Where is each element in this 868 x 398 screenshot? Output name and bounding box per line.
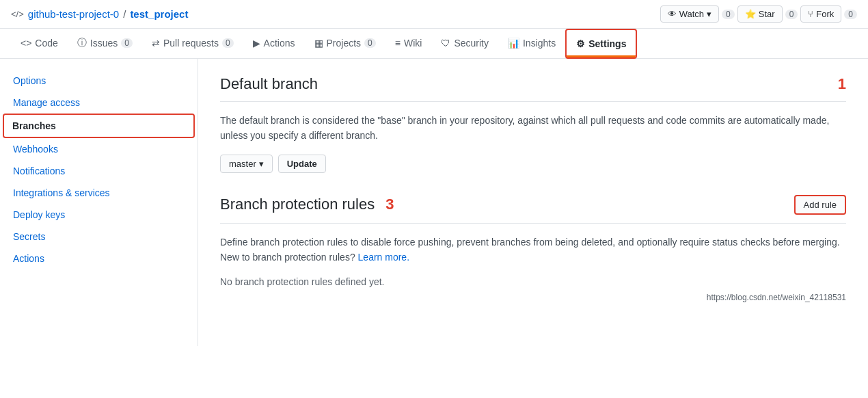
issues-icon: ⓘ [77,37,87,49]
tab-security[interactable]: 🛡 Security [431,29,498,58]
main-layout: Options Manage access Branches Webhooks … [0,59,868,346]
fork-icon: ⑂ [808,9,813,19]
tab-projects[interactable]: ▦ Projects 0 [305,29,385,58]
star-label: Star [759,9,775,19]
pr-badge: 0 [222,38,234,48]
settings-active-indicator [567,55,636,57]
tab-wiki[interactable]: ≡ Wiki [385,29,432,58]
repo-title: </> github-test-project-0 / test_project [11,8,188,20]
tab-settings[interactable]: ⚙ Settings [565,29,637,59]
tab-security-label: Security [454,38,489,49]
protection-title-group: Branch protection rules 3 [220,196,394,213]
tab-pr-label: Pull requests [163,38,219,49]
main-content: Default branch 1 The default branch is c… [198,59,868,346]
sidebar-item-deploy-keys[interactable]: Deploy keys [0,204,198,226]
sidebar: Options Manage access Branches Webhooks … [0,59,198,346]
tab-actions[interactable]: ▶ Actions [243,29,305,58]
projects-icon: ▦ [314,38,323,49]
repo-owner-link[interactable]: github-test-project-0 [28,8,119,20]
wiki-icon: ≡ [395,38,401,49]
protection-description: Define branch protection rules to disabl… [220,235,846,265]
no-rules-text: No branch protection rules defined yet. [220,276,846,287]
tab-pull-requests[interactable]: ⇄ Pull requests 0 [142,29,243,58]
branch-dropdown-icon: ▾ [259,159,264,169]
fork-count: 0 [844,10,857,19]
security-icon: 🛡 [441,38,450,49]
sidebar-item-integrations[interactable]: Integrations & services [0,182,198,204]
update-button[interactable]: Update [278,155,326,173]
sidebar-item-options[interactable]: Options [0,70,198,92]
repo-name-link[interactable]: test_project [130,8,188,20]
tab-code-label: Code [35,38,57,49]
sidebar-item-manage-access[interactable]: Manage access [0,92,198,114]
tab-code[interactable]: <> Code [11,29,68,58]
default-branch-header: Default branch 1 [220,75,846,102]
eye-icon: 👁 [668,9,677,19]
repo-separator: / [123,8,126,20]
sidebar-item-secrets[interactable]: Secrets [0,226,198,248]
sidebar-item-webhooks[interactable]: Webhooks [0,138,198,160]
sidebar-item-branches[interactable]: Branches [3,114,195,138]
star-button[interactable]: ⭐ Star [737,5,783,23]
tab-issues-label: Issues [90,38,118,49]
watch-count: 0 [722,10,735,19]
tab-insights[interactable]: 📊 Insights [498,29,565,58]
nav-tabs: <> Code ⓘ Issues 0 ⇄ Pull requests 0 ▶ A… [0,29,868,59]
branch-select-button[interactable]: master ▾ [220,155,273,173]
default-branch-title: Default branch [220,75,318,93]
annotation-number-3: 3 [385,196,394,213]
star-count: 0 [785,10,798,19]
fork-button[interactable]: ⑂ Fork [800,5,841,23]
fork-label: Fork [816,9,834,19]
sidebar-item-notifications[interactable]: Notifications [0,160,198,182]
watermark: https://blog.csdn.net/weixin_42118531 [220,293,846,302]
protection-title: Branch protection rules [220,196,375,213]
tab-wiki-label: Wiki [404,38,422,49]
protection-section: Branch protection rules 3 Add rule Defin… [220,195,846,287]
top-actions: 👁 Watch ▾ 0 ⭐ Star 0 ⑂ Fork 0 [660,5,857,23]
default-branch-description: The default branch is considered the "ba… [220,113,846,144]
sidebar-item-actions[interactable]: Actions [0,248,198,269]
repo-icon: </> [11,9,24,19]
watch-label: Watch [679,9,704,19]
branch-name: master [229,159,256,169]
watch-dropdown-icon: ▾ [707,9,711,19]
learn-more-link[interactable]: Learn more. [358,252,409,263]
code-icon: <> [21,38,31,49]
top-bar: </> github-test-project-0 / test_project… [0,0,868,29]
insights-icon: 📊 [508,38,519,49]
pr-icon: ⇄ [152,38,160,49]
settings-icon: ⚙ [576,38,585,49]
protection-description-text: Define branch protection rules to disabl… [220,237,840,263]
branch-controls: master ▾ Update [220,155,846,173]
issues-badge: 0 [121,38,133,48]
tab-settings-label: Settings [588,38,626,49]
tab-actions-label: Actions [264,38,295,49]
tab-projects-label: Projects [327,38,362,49]
protection-header: Branch protection rules 3 Add rule [220,195,846,224]
star-icon: ⭐ [745,9,756,19]
annotation-number-1: 1 [838,75,846,93]
tab-insights-label: Insights [523,38,556,49]
projects-badge: 0 [364,38,376,48]
add-rule-button[interactable]: Add rule [794,195,846,215]
tab-issues[interactable]: ⓘ Issues 0 [68,29,142,59]
actions-icon: ▶ [253,38,260,49]
watch-button[interactable]: 👁 Watch ▾ [660,5,719,23]
